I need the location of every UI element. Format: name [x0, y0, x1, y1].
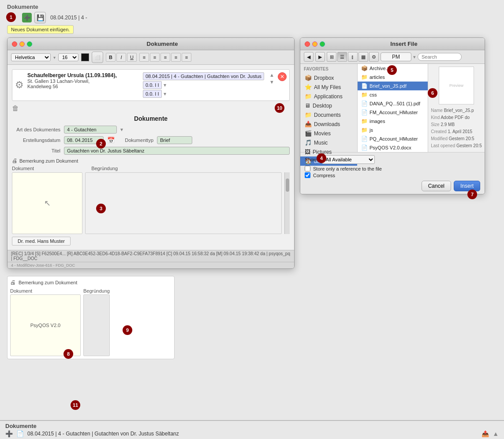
fav-all-files[interactable]: ⭐All My Files	[300, 82, 357, 92]
font-select[interactable]: Helvetica	[11, 53, 51, 61]
fav-movies[interactable]: 🎬Movies	[300, 129, 357, 138]
preview-panels: Dokument PsyQOS V2.0 Begründung	[10, 288, 172, 356]
bsb-export-icon[interactable]: 📤	[482, 430, 489, 437]
file-fm[interactable]: 📄FM_Account_HMuster	[358, 108, 428, 117]
badge-10: 10	[275, 103, 284, 113]
icon-view-button[interactable]: ⊞	[327, 52, 336, 62]
insert-body: FAVORITES 📦Dropbox ⭐All My Files 📁Applic…	[300, 64, 485, 152]
desktop-icon: 🖥	[305, 102, 310, 109]
search-input[interactable]	[418, 53, 462, 61]
align-center-button[interactable]: ≡	[150, 53, 160, 62]
list-view-button[interactable]: ☰	[337, 52, 347, 62]
insert-maximize-button[interactable]	[320, 41, 325, 47]
file-images[interactable]: 📁images	[358, 117, 428, 126]
scroll-up-icon[interactable]: ▲	[493, 430, 499, 437]
cover-flow-button[interactable]: ▦	[358, 52, 368, 62]
fav-music[interactable]: 🎵Music	[300, 138, 357, 147]
show-select[interactable]: All Available	[322, 155, 375, 164]
insert-minimize-button[interactable]	[312, 41, 317, 47]
column-view-button[interactable]: ⫿	[348, 52, 358, 62]
preview-dok-col: Dokument PsyQOS V2.0	[10, 288, 81, 356]
preview-kind: Adobe PDF do	[441, 115, 470, 120]
fav-applications[interactable]: 📁Applications	[300, 92, 357, 101]
align-right-button[interactable]: ≡	[161, 53, 170, 62]
bsb-title: Dokumente	[5, 423, 499, 429]
preview-beg-panel[interactable]	[83, 294, 110, 356]
fav-desktop[interactable]: 🖥Desktop	[300, 101, 357, 110]
align-group: ≡ ≡ ≡ ≡ ≡	[139, 53, 191, 62]
patient-addr2: Kandelweg 56	[27, 84, 139, 89]
file-css[interactable]: 📁css	[358, 90, 428, 99]
cancel-button[interactable]: Cancel	[422, 181, 451, 191]
minimize-button[interactable]	[19, 41, 25, 47]
bold-button[interactable]: B	[106, 53, 116, 62]
movies-icon: 🎬	[305, 130, 312, 137]
file-dana[interactable]: 📄DANA_PQ...501 (1).pdf	[358, 99, 428, 108]
close-button[interactable]	[12, 41, 17, 47]
titel-row: Titel Gutachten von Dr. Justus Säbeltanz	[12, 147, 290, 155]
documents-icon: 📁	[305, 112, 312, 118]
fav-downloads[interactable]: 📥Downloads	[300, 119, 357, 129]
top-section: Dokumente ➕ 💾 08.04.2015 | 4 - Neues Dok…	[0, 0, 504, 34]
doc-field-2: 0.0. I I	[143, 81, 162, 89]
patient-info: Schaufelberger Ursula (11.09.1984), St. …	[27, 72, 139, 98]
scroll-thumb	[286, 179, 289, 192]
badge-3: 3	[96, 204, 106, 213]
forward-button[interactable]: ▶	[315, 52, 325, 62]
preview-dok-panel[interactable]: PsyQOS V2.0	[10, 294, 81, 356]
file-pq[interactable]: 📄PQ_Account_HMuster	[358, 134, 428, 143]
align-left-button[interactable]: ≡	[139, 53, 149, 62]
bsb-add-icon[interactable]: ➕	[5, 430, 13, 437]
back-button[interactable]: ◀	[304, 52, 314, 62]
all-files-icon: ⭐	[305, 84, 312, 90]
status-bar-2: 4 - ModifiDev-Jose-616 - FDG_DOC	[7, 262, 294, 268]
preview-beg-label: Begründung	[83, 288, 110, 294]
insert-close-button[interactable]	[305, 41, 310, 47]
file-brief[interactable]: 📄Brief_von_JS.pdf	[358, 82, 428, 90]
files-pane: 📦Archive.zip 📁articles 📄Brief_von_JS.pdf…	[358, 64, 428, 152]
arrange-button[interactable]: ⚙	[369, 52, 379, 62]
close-record-button[interactable]: ✕	[278, 72, 287, 81]
typ-value[interactable]: Brief	[157, 136, 192, 144]
patient-icon: ⚙	[15, 72, 24, 98]
dropbox-icon: 📦	[305, 74, 312, 81]
preview-pane: Preview Name Brief_von_JS.p Kind Adobe P…	[428, 64, 485, 152]
compress-checkbox[interactable]	[305, 172, 310, 178]
store-ref-checkbox[interactable]	[305, 166, 310, 171]
italic-button[interactable]: I	[116, 53, 126, 62]
align-extra-button[interactable]: ≡	[182, 53, 191, 62]
add-doc-icon[interactable]: ➕	[22, 13, 32, 22]
size-select[interactable]: 16 pt	[58, 53, 78, 61]
bemerkung-label: Bemerkung zum Dokument	[19, 158, 78, 164]
maximize-button[interactable]	[27, 41, 32, 47]
underline-button[interactable]: U	[127, 53, 137, 62]
file-psyqos-docx[interactable]: 📄PsyQOS V2.0.docx	[358, 143, 428, 152]
delete-icon[interactable]: 🗑	[12, 104, 290, 112]
color-picker[interactable]	[81, 53, 89, 61]
doc-content: ⚙ Schaufelberger Ursula (11.09.1984), St…	[7, 65, 294, 250]
badge-5: 5	[387, 65, 397, 75]
text-box-icon[interactable]: ⬜	[92, 52, 103, 63]
calendar-icon[interactable]: 📅	[107, 137, 115, 144]
align-justify-button[interactable]: ≡	[171, 53, 181, 62]
save-icon[interactable]: 💾	[34, 12, 46, 23]
favorites-title: FAVORITES	[300, 67, 357, 73]
patient-addr1: St. Gallen 13 Lachan-Vonwil,	[27, 78, 139, 84]
scroll-bar[interactable]	[284, 172, 290, 234]
fav-dropbox[interactable]: 📦Dropbox	[300, 73, 357, 82]
insert-button[interactable]: Insert	[454, 181, 480, 191]
titel-value[interactable]: Gutachten von Dr. Justus Säbeltanz	[64, 147, 290, 155]
file-js[interactable]: 📁js	[358, 126, 428, 134]
top-toolbar: ➕ 💾 08.04.2015 | 4 -	[7, 12, 497, 23]
signer-box: Dr. med. Hans Muster	[12, 237, 71, 246]
beg-panel[interactable]	[85, 172, 282, 234]
bsb-row: ➕ 📄 08.04.2015 | 4 - Gutachten | Gutacht…	[5, 430, 499, 437]
new-doc-button[interactable]: Neues Dokument einfügen.	[7, 25, 74, 34]
art-value[interactable]: 4 - Gutachten	[64, 126, 117, 134]
fav-documents[interactable]: 📁Documents	[300, 110, 357, 119]
patient-row: ⚙ Schaufelberger Ursula (11.09.1984), St…	[12, 69, 290, 101]
doc-field-1: 08.04.2015 | 4 - Gutachten | Gutachten v…	[143, 72, 264, 80]
file-info: Name Brief_von_JS.p Kind Adobe PDF do Si…	[431, 107, 482, 149]
applications-icon: 📁	[305, 93, 312, 100]
dok-panel[interactable]: ↖	[12, 172, 82, 234]
